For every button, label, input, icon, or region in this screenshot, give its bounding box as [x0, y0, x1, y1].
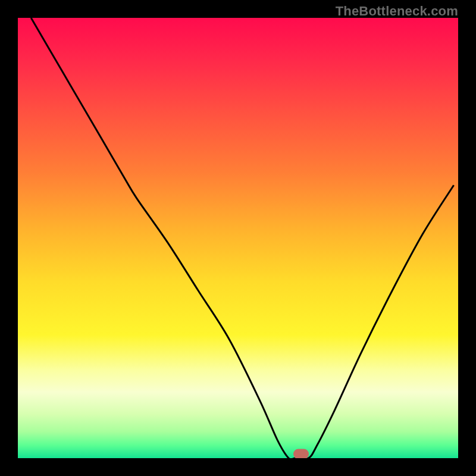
gradient-background — [18, 18, 458, 458]
watermark-text: TheBottleneck.com — [336, 4, 458, 19]
plot-area — [18, 18, 458, 458]
chart-frame: TheBottleneck.com — [0, 0, 476, 476]
optimal-point-marker — [293, 449, 309, 458]
chart-svg — [18, 18, 458, 458]
